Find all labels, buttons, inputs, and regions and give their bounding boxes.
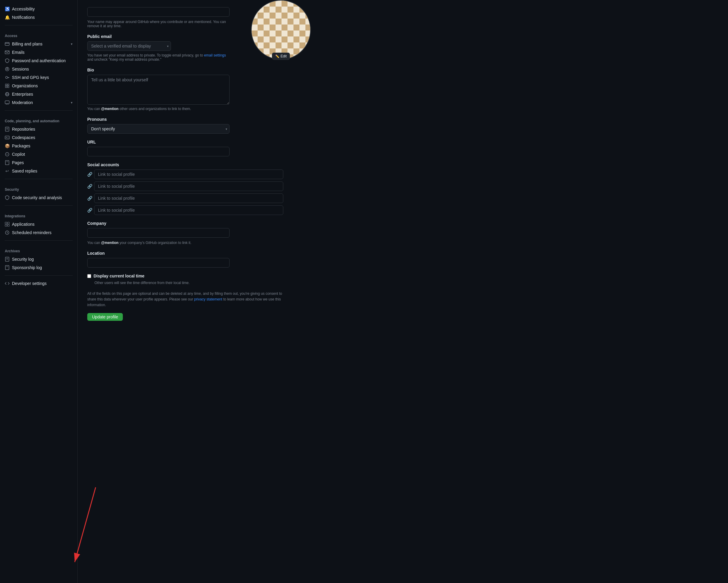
pronouns-label: Pronouns [87,117,230,122]
sidebar-item-label: Sponsorship log [12,265,42,270]
sidebar-item-label: Enterprises [12,92,33,97]
svg-rect-12 [5,86,7,87]
codespaces-icon [5,135,9,140]
sidebar-item-emails[interactable]: Emails [0,48,77,56]
sidebar-item-ssh-gpg[interactable]: SSH and GPG keys [0,73,77,82]
pronouns-section: Pronouns Don't specify they/them she/her… [87,117,301,134]
code-icon [5,281,9,286]
social-input-4[interactable] [94,205,283,215]
sidebar-group-archives: Archives [0,244,77,255]
svg-rect-23 [5,136,9,139]
sidebar-item-pages[interactable]: Pages [0,158,77,167]
social-accounts-section: Social accounts 🔗 🔗 🔗 🔗 [87,162,301,215]
location-input[interactable] [87,258,230,268]
sidebar-item-code-security[interactable]: Code security and analysis [0,194,77,202]
social-input-row-2: 🔗 [87,181,283,191]
sidebar-item-sessions[interactable]: Sessions [0,65,77,73]
link-icon: 🔗 [87,184,92,189]
sidebar-item-saved-replies[interactable]: ↩ Saved replies [0,167,77,175]
sidebar-item-label: Security log [12,257,34,261]
url-section: URL [87,140,301,156]
sidebar-item-scheduled-reminders[interactable]: Scheduled reminders [0,228,77,237]
sidebar-item-copilot[interactable]: Copilot [0,150,77,158]
sidebar-item-enterprises[interactable]: Enterprises [0,90,77,98]
svg-rect-10 [5,84,7,85]
bio-input[interactable] [87,75,230,105]
company-section: Company You can @mention your company's … [87,221,301,245]
svg-point-29 [7,154,8,155]
consent-text: All of the fields on this page are optio… [87,291,301,308]
display-time-checkbox[interactable] [87,274,91,278]
avatar-pattern [252,1,310,59]
privacy-statement-link[interactable]: privacy statement [194,297,222,301]
sidebar-item-billing[interactable]: Billing and plans ▾ [0,40,77,48]
sidebar-item-password[interactable]: Password and authentication [0,56,77,65]
sidebar-item-sponsorship-log[interactable]: Sponsorship log [0,263,77,272]
sidebar-item-codespaces[interactable]: Codespaces [0,133,77,142]
chevron-icon: ▾ [71,101,73,105]
sidebar-item-accessibility[interactable]: ♿ Accessibility [0,5,77,13]
copilot-icon [5,152,9,157]
url-input[interactable] [87,147,230,156]
company-hint: You can @mention your company's GitHub o… [87,241,230,245]
sidebar-item-label: Applications [12,222,35,227]
social-input-3[interactable] [94,194,283,203]
sidebar-item-label: Codespaces [12,135,35,140]
location-label: Location [87,251,230,256]
pronouns-select[interactable]: Don't specify they/them she/her he/him [87,124,230,134]
sessions-icon [5,67,9,72]
edit-avatar-button[interactable]: ✏️ Edit [272,53,290,60]
name-hint: Your name may appear around GitHub where… [87,20,230,28]
display-time-label[interactable]: Display current local time [94,274,144,278]
sidebar-item-packages[interactable]: 📦 Packages [0,142,77,150]
edit-label: Edit [281,54,287,58]
svg-rect-33 [7,222,9,224]
security-log-icon [5,257,9,261]
moderation-icon [5,100,9,105]
company-input[interactable] [87,228,230,238]
link-icon: 🔗 [87,196,92,201]
sidebar-item-label: Repositories [12,127,35,131]
sidebar-item-moderation[interactable]: Moderation ▾ [0,98,77,107]
clock-icon [5,230,9,235]
sidebar-item-label: Organizations [12,83,38,88]
svg-point-4 [6,69,8,70]
sidebar-item-label: Copilot [12,152,25,157]
shield-icon [5,195,9,200]
svg-rect-30 [5,160,9,165]
sidebar-item-developer-settings[interactable]: Developer settings [0,279,77,287]
sidebar-item-label: Password and authentication [12,58,66,63]
link-icon: 🔗 [87,208,92,212]
sidebar-item-organizations[interactable]: Organizations [0,82,77,90]
location-section: Location [87,251,301,268]
sidebar-group-integrations: Integrations [0,209,77,220]
bio-hint: You can @mention other users and organiz… [87,107,230,111]
company-label: Company [87,221,230,226]
sidebar-item-label: Developer settings [12,281,47,286]
sidebar-group-security: Security [0,183,77,194]
packages-icon: 📦 [5,144,9,148]
save-button[interactable]: Update profile [87,313,123,321]
bio-label: Bio [87,68,230,72]
svg-rect-35 [7,225,9,226]
email-select[interactable]: Select a verified email to display [87,41,171,51]
sidebar-item-label: Accessibility [12,6,35,11]
sidebar-item-repositories[interactable]: Repositories [0,125,77,133]
sidebar-item-label: Notifications [12,15,35,20]
sidebar-divider [5,179,73,179]
sidebar-divider [5,205,73,206]
email-settings-link[interactable]: email settings [204,53,226,57]
organizations-icon [5,83,9,88]
social-input-1[interactable] [94,170,283,179]
svg-point-27 [5,152,9,156]
social-input-row-3: 🔗 [87,194,283,203]
social-input-2[interactable] [94,181,283,191]
sidebar-item-label: Moderation [12,100,33,105]
social-input-row-4: 🔗 [87,205,283,215]
sidebar-item-security-log[interactable]: Security log [0,255,77,263]
sidebar-item-notifications[interactable]: 🔔 Notifications [0,13,77,22]
sidebar-item-applications[interactable]: Applications [0,220,77,228]
name-input[interactable] [87,7,230,17]
sidebar-item-label: Emails [12,50,25,55]
sidebar-divider [5,25,73,25]
